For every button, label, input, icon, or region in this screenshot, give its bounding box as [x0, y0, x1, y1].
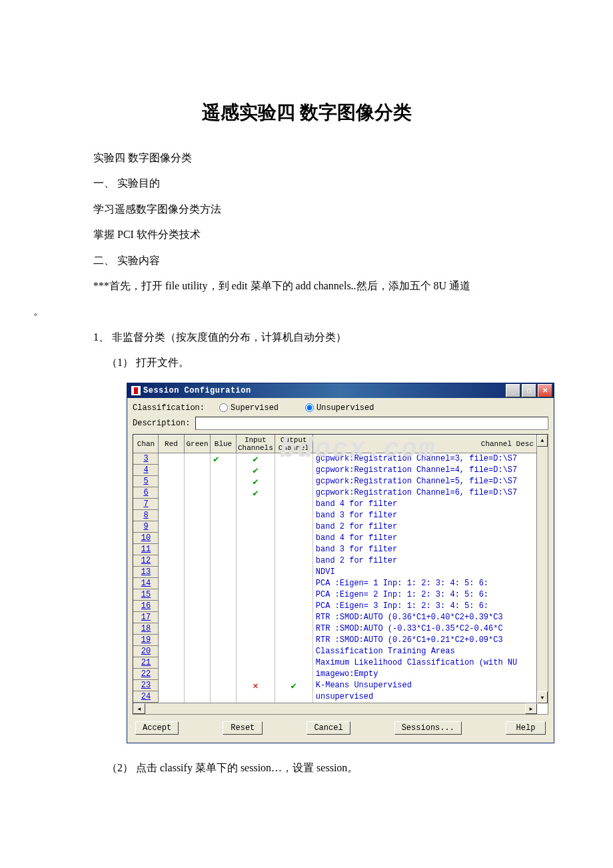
row-number[interactable]: 7: [134, 499, 159, 510]
cell-output[interactable]: [275, 635, 312, 646]
cell-red[interactable]: [159, 669, 185, 680]
table-row[interactable]: 3✔✔gcpwork:Registration Channel=3, file=…: [134, 453, 548, 465]
row-number[interactable]: 23: [134, 680, 159, 691]
cell-output[interactable]: [275, 499, 312, 510]
cell-desc[interactable]: PCA :Eigen= 1 Inp: 1: 2: 3: 4: 5: 6:: [312, 578, 547, 589]
cell-desc[interactable]: band 3 for filter: [312, 510, 547, 521]
table-row[interactable]: 4✔gcpwork:Registration Channel=4, file=D…: [134, 465, 548, 476]
table-row[interactable]: 16PCA :Eigen= 3 Inp: 1: 2: 3: 4: 5: 6:: [134, 601, 548, 612]
cell-output[interactable]: [275, 623, 312, 635]
table-row[interactable]: 9band 2 for filter: [134, 521, 548, 533]
cell-output[interactable]: [275, 612, 312, 623]
reset-button[interactable]: Reset: [223, 721, 263, 735]
cell-green[interactable]: [185, 680, 211, 691]
cell-input[interactable]: ✔: [237, 487, 275, 499]
table-row[interactable]: 12band 2 for filter: [134, 555, 548, 567]
table-row[interactable]: 18RTR :SMOD:AUTO (-0.33*C1-0.35*C2-0.46*…: [134, 623, 548, 635]
cell-output[interactable]: [275, 589, 312, 601]
accept-button[interactable]: Accept: [135, 721, 179, 735]
cell-desc[interactable]: gcpwork:Registration Channel=6, file=D:\…: [312, 487, 547, 499]
cell-blue[interactable]: [211, 601, 237, 612]
row-number[interactable]: 18: [134, 623, 159, 635]
row-number[interactable]: 19: [134, 635, 159, 646]
table-row[interactable]: 8band 3 for filter: [134, 510, 548, 521]
table-row[interactable]: 17RTR :SMOD:AUTO (0.36*C1+0.40*C2+0.39*C…: [134, 612, 548, 623]
scroll-left-icon[interactable]: ◄: [133, 703, 145, 714]
cell-desc[interactable]: gcpwork:Registration Channel=5, file=D:\…: [312, 476, 547, 487]
cell-blue[interactable]: [211, 487, 237, 499]
row-number[interactable]: 6: [134, 487, 159, 499]
cell-red[interactable]: [159, 521, 185, 533]
cell-green[interactable]: [185, 567, 211, 578]
table-row[interactable]: 5✔gcpwork:Registration Channel=5, file=D…: [134, 476, 548, 487]
horizontal-scrollbar[interactable]: ◄ ►: [133, 703, 537, 714]
cell-blue[interactable]: [211, 499, 237, 510]
cell-blue[interactable]: [211, 578, 237, 589]
cell-output[interactable]: [275, 533, 312, 544]
cell-blue[interactable]: [211, 544, 237, 555]
minimize-button[interactable]: _: [506, 384, 520, 397]
cell-input[interactable]: [237, 510, 275, 521]
cell-blue[interactable]: [211, 589, 237, 601]
cell-input[interactable]: [237, 578, 275, 589]
cell-input[interactable]: [237, 691, 275, 703]
cell-green[interactable]: [185, 669, 211, 680]
row-number[interactable]: 11: [134, 544, 159, 555]
cell-blue[interactable]: [211, 533, 237, 544]
cell-blue[interactable]: [211, 567, 237, 578]
cell-blue[interactable]: [211, 680, 237, 691]
cell-output[interactable]: [275, 476, 312, 487]
cell-green[interactable]: [185, 453, 211, 465]
cell-red[interactable]: [159, 499, 185, 510]
cell-red[interactable]: [159, 510, 185, 521]
row-number[interactable]: 17: [134, 612, 159, 623]
cell-input[interactable]: [237, 635, 275, 646]
cell-green[interactable]: [185, 691, 211, 703]
table-row[interactable]: 7band 4 for filter: [134, 499, 548, 510]
cell-blue[interactable]: [211, 476, 237, 487]
cell-input[interactable]: [237, 601, 275, 612]
row-number[interactable]: 24: [134, 691, 159, 703]
row-number[interactable]: 4: [134, 465, 159, 476]
cell-input[interactable]: [237, 567, 275, 578]
sessions-button[interactable]: Sessions...: [394, 721, 462, 735]
cell-blue[interactable]: [211, 521, 237, 533]
cell-green[interactable]: [185, 635, 211, 646]
cell-green[interactable]: [185, 578, 211, 589]
table-row[interactable]: 15PCA :Eigen= 2 Inp: 1: 2: 3: 4: 5: 6:: [134, 589, 548, 601]
cell-desc[interactable]: gcpwork:Registration Channel=4, file=D:\…: [312, 465, 547, 476]
row-number[interactable]: 3: [134, 453, 159, 465]
table-row[interactable]: 19RTR :SMOD:AUTO (0.26*C1+0.21*C2+0.09*C…: [134, 635, 548, 646]
cell-blue[interactable]: [211, 669, 237, 680]
row-number[interactable]: 10: [134, 533, 159, 544]
cell-green[interactable]: [185, 657, 211, 669]
scroll-down-icon[interactable]: ▼: [537, 691, 548, 703]
cell-blue[interactable]: [211, 646, 237, 657]
cell-red[interactable]: [159, 646, 185, 657]
cell-red[interactable]: [159, 612, 185, 623]
table-row[interactable]: 20Classification Training Areas: [134, 646, 548, 657]
table-row[interactable]: 6✔gcpwork:Registration Channel=6, file=D…: [134, 487, 548, 499]
cell-output[interactable]: [275, 567, 312, 578]
cell-input[interactable]: [237, 544, 275, 555]
maximize-button[interactable]: □: [522, 384, 536, 397]
cell-input[interactable]: [237, 499, 275, 510]
cell-input[interactable]: [237, 623, 275, 635]
cell-green[interactable]: [185, 601, 211, 612]
cell-green[interactable]: [185, 555, 211, 567]
unsupervised-radio[interactable]: [305, 403, 314, 412]
cell-desc[interactable]: band 4 for filter: [312, 499, 547, 510]
cell-blue[interactable]: [211, 465, 237, 476]
cell-blue[interactable]: ✔: [211, 453, 237, 465]
cell-desc[interactable]: band 4 for filter: [312, 533, 547, 544]
cell-blue[interactable]: [211, 691, 237, 703]
cell-desc[interactable]: PCA :Eigen= 3 Inp: 1: 2: 3: 4: 5: 6:: [312, 601, 547, 612]
cell-input[interactable]: ✕: [237, 680, 275, 691]
row-number[interactable]: 9: [134, 521, 159, 533]
cell-blue[interactable]: [211, 635, 237, 646]
cell-red[interactable]: [159, 487, 185, 499]
cell-desc[interactable]: band 2 for filter: [312, 521, 547, 533]
cell-input[interactable]: ✔: [237, 476, 275, 487]
col-blue[interactable]: Blue: [211, 435, 237, 453]
col-output[interactable]: Output Channel: [275, 435, 312, 453]
